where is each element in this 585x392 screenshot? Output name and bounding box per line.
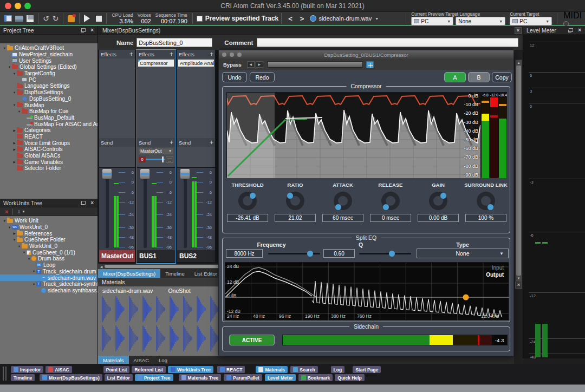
tree-item[interactable]: ▼Global Settings (Edited) [0,64,98,70]
channel-fader[interactable]: 60-6-12-24-36-48-96 [137,168,175,250]
tree-item[interactable]: ▶Voice Limit Groups [0,140,98,146]
language-select[interactable]: None ▼ [456,17,505,25]
expand-open-icon[interactable]: ▼ [12,91,17,94]
scroll-left-icon[interactable]: ◀ [98,265,105,269]
sort-icon[interactable]: ↕ [17,208,20,214]
bypass-next-icon[interactable]: ▶ [256,61,263,68]
build-atomcraft-icon[interactable] [68,15,75,22]
tree-item[interactable]: Selector Folder [0,165,98,172]
tree-item[interactable]: ▼BusMap [0,102,98,108]
send-list[interactable] [177,147,215,167]
add-effect-button[interactable]: + [129,51,133,57]
expand-open-icon[interactable]: ▼ [17,245,22,248]
preview-file-caret-icon[interactable]: ▼ [375,17,379,21]
scrollbar-thumb[interactable] [516,66,521,276]
panel-tab-mixer-dspbussettings-[interactable]: Mixer(DspBusSettings) [40,374,102,381]
panel-tab-level-meter[interactable]: Level Meter [265,374,296,381]
channel-fader[interactable]: 60-6-12-24-36-48-96 [177,168,215,250]
tree-item[interactable]: ▶Categories [0,127,98,134]
sort-caret-icon[interactable]: ▼ [22,210,25,213]
close-panel-icon[interactable]: × [515,282,522,289]
fader-groove[interactable] [184,170,187,248]
materials-tab-aisac[interactable]: AISAC [129,356,154,364]
expand-closed-icon[interactable]: ▶ [12,141,17,145]
panel-tab-materials-tree[interactable]: Materials Tree [179,374,222,381]
knob-control[interactable] [334,192,352,210]
close-panel-icon[interactable]: × [90,200,94,206]
panel-tab-parampallet[interactable]: ParamPallet [224,374,262,381]
mixer-channel-BUS1[interactable]: Effects+CompressorSend+MasterOut▼0 60-6-… [137,50,175,264]
send-settings-button[interactable] [166,156,173,163]
panel-tab-project-tree[interactable]: Project Tree [135,374,173,381]
tree-item[interactable]: ▼Track_sidechain-drum [0,269,98,275]
send-level-row[interactable]: 0 [139,156,173,163]
expand-open-icon[interactable]: ▼ [2,47,7,50]
scroll-up-icon[interactable]: ▲ [516,60,522,66]
knob-control[interactable] [381,192,400,210]
tree-item[interactable]: ▶References [0,230,98,237]
tree-item[interactable]: ▼DspBusSettings [0,89,98,96]
fader-groove[interactable] [106,170,109,248]
knob-value-field[interactable]: 21.02 [275,214,316,222]
midi-knob-icon[interactable] [563,21,569,27]
close-panel-icon[interactable]: × [90,28,94,33]
send-list[interactable] [99,147,135,167]
float-panel-icon[interactable] [569,28,573,32]
tree-item[interactable]: ▶Game Variables [0,159,98,165]
knob-control[interactable] [286,192,304,210]
undo-icon[interactable]: ↺ [43,15,49,22]
tree-item[interactable]: PC [0,76,98,83]
tree-item[interactable]: Loop [0,262,98,269]
dsp-bus-setting-name-input[interactable] [136,38,212,47]
expand-open-icon[interactable]: ▼ [27,257,31,260]
materials-tab-materials[interactable]: Materials [98,356,129,364]
panel-tab-point-list[interactable]: Point List [103,366,130,373]
frequency-value-field[interactable]: 8000 Hz [226,249,263,258]
knob-value-field[interactable]: 100 % [465,214,506,222]
panel-tab-log[interactable]: Log [331,366,345,373]
redo-button[interactable]: Redo [250,72,275,82]
expand-open-icon[interactable]: ▼ [31,270,36,273]
expand-open-icon[interactable]: ▼ [31,283,36,286]
preset-a-button[interactable]: A [444,72,466,82]
eq-spectrum-display[interactable]: 24 dB12 dB0 dB-12 dB24 Hz48 Hz96 Hz190 H… [225,262,509,319]
float-panel-icon[interactable] [81,28,86,32]
stop-icon[interactable] [96,16,102,22]
mixer-channel-MasterOut[interactable]: Effects+Send 60-6-12-24-36-48-96MasterOu… [99,50,135,264]
tree-item[interactable]: sidechain-synthbass.wav [0,288,98,294]
knob-value-field[interactable]: -26.41 dB [227,214,268,222]
knob-value-field[interactable]: 0 msec [370,214,411,222]
tree-item[interactable]: ▼CueSheet Folder [0,237,98,243]
add-send-button[interactable]: + [170,139,173,146]
tab-bar-grip[interactable] [3,367,6,381]
frequency-slider-handle[interactable] [307,251,313,257]
panel-tab-start-page[interactable]: Start Page [353,366,381,373]
panel-tab-referred-list[interactable]: Referred List [132,366,165,373]
expand-open-icon[interactable]: ▼ [12,72,17,75]
new-project-icon[interactable] [4,15,12,22]
tree-item[interactable]: ▶AISAC-Controls [0,146,98,153]
view-tab-mixer-dspbussettings-[interactable]: Mixer(DspBusSettings) [98,269,160,278]
open-project-icon[interactable] [15,16,23,22]
bus-name-label[interactable]: BUS2 [177,250,215,262]
panel-tab-inspector[interactable]: Inspector [11,366,43,373]
float-panel-icon[interactable] [81,201,86,205]
next-track-button[interactable]: > [300,15,304,23]
tree-item[interactable]: NewProject_sidechain [0,51,98,58]
expand-open-icon[interactable]: ▼ [7,66,12,69]
tree-item[interactable]: ▼Work Unit [0,218,98,224]
expand-open-icon[interactable]: ▼ [22,251,27,254]
add-effect-button[interactable]: + [210,51,213,57]
copy-button[interactable]: Copy [492,72,512,82]
fader-groove[interactable] [144,170,147,248]
knob-control[interactable] [477,192,495,210]
add-effect-button[interactable]: + [170,51,173,57]
fader-handle[interactable] [180,169,190,179]
send-level-slider[interactable] [146,159,165,160]
add-send-button[interactable]: + [210,139,213,146]
materials-tab-log[interactable]: Log [154,356,172,364]
preview-target-select[interactable]: PC ▼ [411,17,453,25]
expand-closed-icon[interactable]: ▶ [12,129,17,132]
sidechain-active-button[interactable]: ACTIVE [229,335,275,345]
delete-icon[interactable]: × [5,208,8,215]
